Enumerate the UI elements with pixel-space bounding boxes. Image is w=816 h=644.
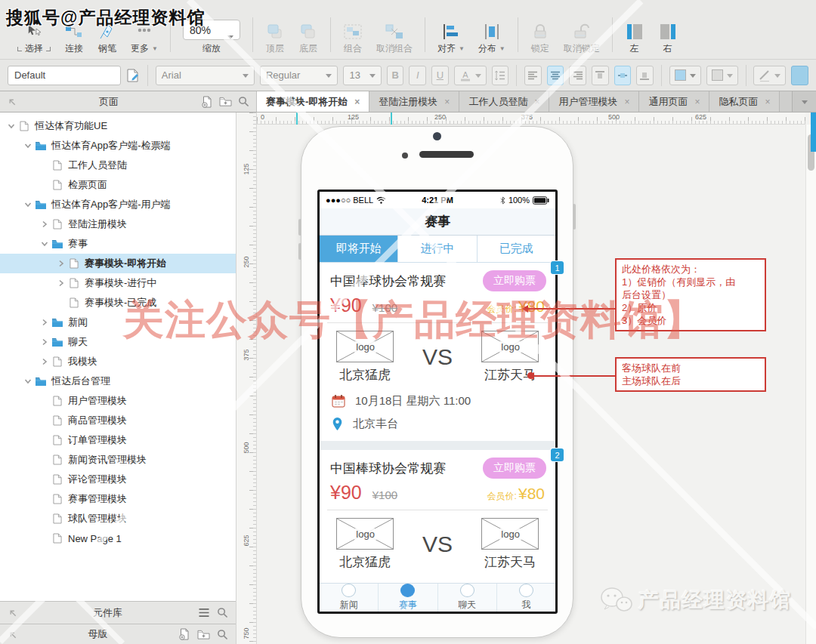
align-bottom-button[interactable] (636, 66, 654, 85)
vertical-scrollbar[interactable] (805, 125, 816, 644)
edit-style-icon[interactable] (126, 69, 140, 82)
add-page-icon[interactable] (178, 628, 190, 640)
collapse-panel-icon[interactable] (8, 630, 17, 639)
toolbar-align-button[interactable]: 对齐▼ (437, 22, 465, 55)
close-tab-icon[interactable]: × (444, 97, 450, 107)
chevron-collapsed-icon[interactable] (39, 319, 50, 326)
page-tree-item[interactable]: 球队管理模块 (0, 509, 236, 528)
toolbar-align-right-edge-button[interactable]: 右 (658, 22, 678, 55)
search-icon[interactable] (217, 607, 228, 618)
buy-ticket-button[interactable]: 立即购票 (483, 270, 546, 291)
chevron-collapsed-icon[interactable] (56, 279, 66, 287)
team-logo-placeholder[interactable]: logo (481, 518, 539, 550)
close-tab-icon[interactable]: × (765, 97, 770, 107)
align-text-center-button[interactable] (547, 66, 564, 85)
search-icon[interactable] (238, 96, 249, 107)
segment-已完成[interactable]: 已完成 (478, 236, 555, 262)
annotation-badge-1[interactable]: 1 (551, 261, 564, 274)
align-middle-button[interactable] (614, 66, 632, 85)
add-page-icon[interactable] (201, 96, 213, 108)
doc-tab-2[interactable]: 登陆注册模块× (369, 91, 459, 112)
page-tree-item[interactable]: 用户管理模块 (0, 391, 236, 411)
page-tree-item[interactable]: 新闻资讯管理模块 (0, 450, 236, 470)
font-size-select[interactable]: 13 (343, 66, 381, 85)
vertical-ruler[interactable]: 125250375500625750 (236, 112, 257, 644)
annotation-badge-2[interactable]: 2 (551, 448, 564, 461)
masters-panel-header[interactable]: 母版 (0, 624, 236, 644)
team-logo-placeholder[interactable]: logo (336, 518, 394, 550)
underline-button[interactable]: U (431, 66, 449, 85)
page-tree-item[interactable]: 商品管理模块 (0, 411, 236, 430)
doc-tab-1[interactable]: 赛事模块-即将开始× (257, 91, 369, 112)
chevron-expanded-icon[interactable] (23, 142, 33, 149)
widget-library-panel-header[interactable]: 元件库 (0, 601, 236, 624)
bold-button[interactable]: B (387, 66, 404, 85)
design-canvas[interactable]: 0125250375500625 ●●●○○ BELL 4:21 PM (257, 112, 816, 644)
page-tree-item[interactable]: 订单管理模块 (0, 430, 236, 450)
page-tree-item[interactable]: 检票页面 (0, 175, 236, 195)
chevron-expanded-icon[interactable] (39, 240, 50, 248)
chevron-collapsed-icon[interactable] (39, 220, 50, 228)
italic-button[interactable]: I (409, 66, 426, 85)
match-card-2[interactable]: 中国棒球协会常规赛立即购票¥90¥100会员价:¥80logo北京猛虎VSlog… (320, 450, 555, 577)
app-tab-我[interactable]: 我 (496, 584, 555, 612)
segment-即将开始[interactable]: 即将开始 (320, 236, 398, 262)
doc-tab-3[interactable]: 工作人员登陆× (459, 91, 549, 112)
page-tree-item[interactable]: 恒达后台管理 (0, 371, 236, 391)
segment-进行中[interactable]: 进行中 (398, 236, 477, 262)
page-tree-item[interactable]: 评论管理模块 (0, 470, 236, 489)
tab-overflow-button[interactable] (792, 91, 816, 112)
page-tree-item[interactable]: 恒达体育App客户端-检票端 (0, 136, 236, 156)
app-tab-新闻[interactable]: 新闻 (320, 584, 378, 612)
font-weight-select[interactable]: Regular (260, 66, 338, 85)
page-tree-item[interactable]: 赛事模块-进行中 (0, 273, 236, 293)
page-tree-item[interactable]: 赛事 (0, 234, 236, 254)
add-folder-icon[interactable] (197, 629, 210, 640)
page-tree-item[interactable]: New Page 1 (0, 528, 236, 548)
page-tree-item[interactable]: 恒达体育App客户端-用户端 (0, 195, 236, 214)
team-order-annotation-note[interactable]: 客场球队在前主场球队在后 (615, 357, 766, 392)
toolbar-align-left-edge-button[interactable]: 左 (625, 22, 644, 55)
font-color-button[interactable]: A (454, 66, 487, 85)
buy-ticket-button[interactable]: 立即购票 (483, 458, 546, 479)
search-icon[interactable] (217, 629, 228, 640)
close-tab-icon[interactable]: × (534, 97, 539, 107)
chevron-collapsed-icon[interactable] (56, 260, 66, 267)
page-tree-item[interactable]: 恒达体育功能UE (0, 116, 236, 136)
line-style-button[interactable] (753, 66, 786, 85)
close-tab-icon[interactable]: × (694, 97, 700, 107)
widget-style-input[interactable] (8, 66, 121, 85)
page-tree-item[interactable]: 工作人员登陆 (0, 156, 236, 175)
chevron-collapsed-icon[interactable] (39, 358, 50, 365)
page-tree-item[interactable]: 赛事管理模块 (0, 489, 236, 509)
collapse-panel-icon[interactable] (8, 608, 17, 618)
opacity-button[interactable] (706, 66, 738, 85)
app-tab-赛事[interactable]: 赛事 (378, 584, 437, 612)
doc-tab-5[interactable]: 通用页面× (639, 91, 709, 112)
doc-tab-4[interactable]: 用户管理模块× (549, 91, 639, 112)
align-text-right-button[interactable] (569, 66, 586, 85)
chevron-collapsed-icon[interactable] (39, 338, 50, 346)
doc-tab-6[interactable]: 隐私页面× (709, 91, 780, 112)
page-tree-item[interactable]: 我模块 (0, 352, 236, 371)
align-top-button[interactable] (592, 66, 609, 85)
horizontal-ruler[interactable]: 0125250375500625 (257, 112, 805, 125)
close-tab-icon[interactable]: × (624, 97, 629, 107)
border-color-button[interactable] (791, 66, 808, 85)
line-spacing-button[interactable] (492, 66, 509, 85)
page-tree-item[interactable]: 登陆注册模块 (0, 214, 236, 234)
match-card-1[interactable]: 中国棒球协会常规赛立即购票¥90¥100会员价:¥80logo北京猛虎VSlog… (320, 263, 555, 441)
chevron-expanded-icon[interactable] (6, 122, 17, 130)
align-text-left-button[interactable] (524, 66, 542, 85)
collapse-panel-icon[interactable] (7, 97, 17, 106)
fill-color-button[interactable] (669, 66, 701, 85)
close-tab-icon[interactable]: × (354, 97, 360, 107)
font-family-select[interactable]: Arial (156, 66, 255, 85)
app-tab-聊天[interactable]: 聊天 (437, 584, 496, 612)
toolbar-distribute-button[interactable]: 分布▼ (478, 22, 505, 55)
iphone-mockup[interactable]: ●●●○○ BELL 4:21 PM 100% 赛事 即将开始进行中已完成 中国… (301, 126, 573, 638)
chevron-expanded-icon[interactable] (23, 201, 33, 208)
page-tree-item[interactable]: 赛事模块-即将开始 (0, 254, 236, 273)
chevron-expanded-icon[interactable] (23, 377, 33, 385)
menu-icon[interactable] (198, 608, 210, 618)
